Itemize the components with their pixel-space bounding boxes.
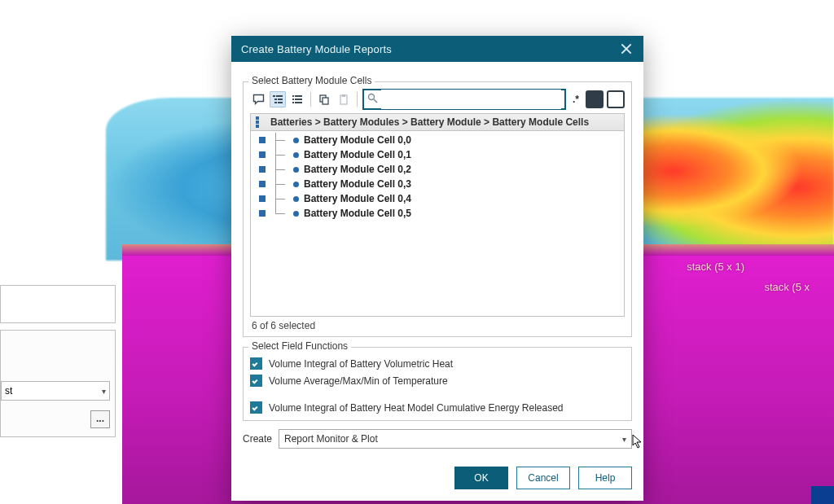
checkbox-icon[interactable]	[259, 195, 266, 202]
checkbox-icon[interactable]	[259, 210, 266, 217]
chevron-down-icon: ▾	[102, 387, 106, 396]
field-function-option[interactable]: Volume Average/Max/Min of Temperature	[250, 375, 625, 387]
list-view-icon[interactable]	[289, 91, 305, 107]
create-combo-value: Report Monitor & Plot	[284, 433, 378, 445]
cell-icon	[293, 211, 299, 217]
cancel-button[interactable]: Cancel	[516, 467, 570, 489]
regex-icon[interactable]: .*	[569, 94, 582, 105]
svg-rect-4	[274, 102, 277, 103]
field-function-option[interactable]: Volume Integral of Battery Heat Model Cu…	[250, 401, 625, 414]
cells-toolbar: .*	[250, 89, 625, 113]
checkbox-icon[interactable]	[250, 401, 262, 414]
tree-view-icon[interactable]	[270, 91, 286, 107]
tree-row-label: Battery Module Cell 0,3	[304, 178, 411, 190]
group-field-functions-legend: Select Field Functions	[248, 340, 351, 352]
cells-search[interactable]	[362, 89, 566, 110]
field-function-option[interactable]: Volume Integral of Battery Volumetric He…	[250, 357, 625, 370]
svg-rect-10	[292, 102, 294, 103]
tree-row-label: Battery Module Cell 0,1	[304, 149, 411, 160]
side-more-button[interactable]: ...	[90, 410, 110, 428]
svg-point-16	[369, 94, 375, 100]
field-function-label: Volume Average/Max/Min of Temperature	[269, 375, 448, 387]
tree-row-label: Battery Module Cell 0,0	[304, 134, 411, 146]
checkbox-icon[interactable]	[259, 151, 266, 158]
field-function-label: Volume Integral of Battery Heat Model Cu…	[269, 402, 564, 414]
side-combo[interactable]: st ▾	[1, 381, 110, 401]
svg-rect-13	[323, 98, 328, 104]
side-combo-value: st	[5, 385, 12, 397]
create-row: Create Report Monitor & Plot ▾	[243, 429, 632, 449]
checkbox-icon[interactable]	[259, 137, 266, 143]
stack-label-1: stack (5 x 1)	[687, 261, 744, 273]
tree-row[interactable]: Battery Module Cell 0,1	[254, 147, 624, 162]
search-icon	[367, 93, 378, 106]
create-combo[interactable]: Report Monitor & Plot ▾	[279, 429, 632, 449]
svg-rect-1	[276, 95, 283, 97]
cells-tree-header: Batteries > Battery Modules > Battery Mo…	[251, 114, 624, 131]
mouse-cursor-icon	[632, 434, 643, 449]
module-cells-icon	[256, 116, 264, 128]
select-all-icon[interactable]	[586, 90, 604, 108]
cells-breadcrumb: Batteries > Battery Modules > Battery Mo…	[270, 116, 589, 128]
svg-rect-2	[274, 99, 277, 100]
copy-icon[interactable]	[316, 91, 332, 107]
tree-row[interactable]: Battery Module Cell 0,4	[254, 191, 624, 206]
stack-label-2: stack (5 x	[764, 281, 810, 293]
svg-rect-11	[295, 102, 302, 103]
field-function-label: Volume Integral of Battery Volumetric He…	[269, 358, 453, 370]
cells-selection-status: 6 of 6 selected	[250, 317, 625, 331]
checkbox-icon[interactable]	[250, 375, 262, 387]
create-label: Create	[243, 433, 272, 445]
dialog-buttons: OK Cancel Help	[231, 457, 643, 501]
tree-row[interactable]: Battery Module Cell 0,2	[254, 162, 624, 177]
cell-icon	[293, 196, 299, 202]
svg-rect-0	[273, 95, 275, 97]
cells-search-input[interactable]	[381, 90, 561, 109]
svg-rect-8	[292, 99, 294, 100]
close-icon[interactable]	[619, 42, 634, 56]
side-panel-top	[0, 285, 116, 323]
svg-rect-3	[278, 99, 283, 100]
svg-rect-7	[295, 95, 302, 97]
checkbox-icon[interactable]	[250, 357, 262, 370]
cell-icon	[293, 138, 299, 143]
tree-row[interactable]: Battery Module Cell 0,5	[254, 206, 624, 221]
svg-rect-5	[278, 102, 283, 103]
svg-rect-6	[292, 95, 294, 97]
help-button[interactable]: Help	[578, 467, 632, 489]
ok-button[interactable]: OK	[454, 467, 508, 489]
side-panel-bottom: st ▾ ...	[0, 330, 116, 437]
tree-row-label: Battery Module Cell 0,5	[304, 208, 411, 219]
cell-icon	[293, 152, 299, 158]
tree-row[interactable]: Battery Module Cell 0,0	[254, 133, 624, 147]
cells-tree[interactable]: Batteries > Battery Modules > Battery Mo…	[250, 113, 625, 317]
titlebar: Create Battery Module Reports	[231, 36, 643, 62]
svg-rect-9	[295, 99, 302, 100]
checkbox-icon[interactable]	[259, 166, 266, 173]
tree-row-label: Battery Module Cell 0,4	[304, 193, 411, 204]
svg-line-17	[374, 99, 377, 103]
tree-row[interactable]: Battery Module Cell 0,3	[254, 177, 624, 191]
checkbox-icon[interactable]	[259, 181, 266, 187]
select-none-icon[interactable]	[607, 90, 625, 108]
cell-icon	[293, 167, 299, 173]
group-field-functions: Select Field Functions Volume Integral o…	[243, 347, 632, 421]
tree-row-label: Battery Module Cell 0,2	[304, 164, 411, 175]
svg-rect-15	[342, 94, 345, 97]
group-select-cells-legend: Select Battery Module Cells	[248, 75, 375, 86]
create-battery-module-reports-dialog: Create Battery Module Reports Select Bat…	[231, 36, 643, 501]
cell-icon	[293, 182, 299, 187]
group-select-cells: Select Battery Module Cells	[243, 81, 632, 337]
chevron-down-icon: ▾	[622, 435, 626, 444]
comment-icon[interactable]	[250, 91, 266, 107]
dialog-title: Create Battery Module Reports	[241, 43, 619, 55]
paste-icon	[336, 91, 352, 107]
